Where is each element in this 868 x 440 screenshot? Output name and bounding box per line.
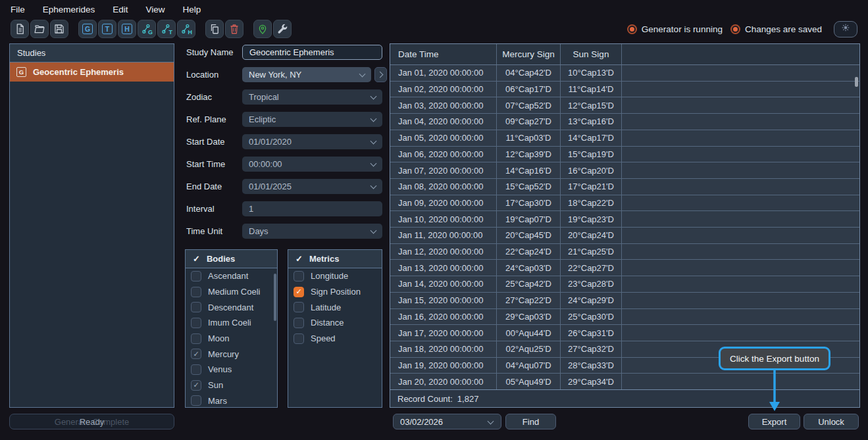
table-row[interactable]: Jan 07, 2020 00:00:0014°Cap16'D16°Cap20'… (390, 162, 859, 179)
start-time-dropdown[interactable]: 00:00:00 (242, 157, 382, 172)
unchecked-checkbox[interactable]: ✓ (191, 395, 201, 406)
unchecked-checkbox[interactable]: ✓ (191, 287, 201, 297)
interval-value: 1 (249, 204, 253, 214)
find-date-dropdown[interactable]: 03/02/2026 (393, 414, 501, 429)
checklist-item[interactable]: ✓Descendant (186, 299, 277, 315)
ref-plane-dropdown[interactable]: Ecliptic (242, 112, 382, 127)
checklist-item[interactable]: ✓Imum Coeli (186, 315, 277, 331)
table-header-cell[interactable]: Mercury Sign (497, 44, 561, 64)
checklist-item[interactable]: ✓Sign Position (288, 284, 382, 300)
table-row[interactable]: Jan 05, 2020 00:00:0011°Cap03'D14°Cap17'… (390, 130, 859, 147)
start-date-dropdown[interactable]: 01/01/2020 (242, 134, 382, 149)
checklist-item[interactable]: ✓Latitude (288, 299, 382, 315)
save-icon (53, 23, 65, 35)
checklist-item[interactable]: ✓Ascendant (186, 268, 277, 284)
table-scrollbar[interactable] (855, 77, 858, 87)
menu-item-view[interactable]: View (146, 5, 165, 14)
checked-checkbox[interactable]: ✓ (294, 287, 304, 297)
table-row[interactable]: Jan 06, 2020 00:00:0012°Cap39'D15°Cap19'… (390, 147, 859, 163)
theme-toggle-button[interactable] (834, 21, 857, 37)
checked-checkbox[interactable]: ✓ (191, 380, 201, 391)
checked-checkbox[interactable]: ✓ (191, 349, 201, 359)
toolbar-nodes-h-button[interactable]: H (177, 20, 195, 38)
toolbar-delete-trash-button[interactable] (225, 20, 243, 38)
find-button[interactable]: Find (505, 414, 556, 429)
unchecked-checkbox[interactable]: ✓ (294, 318, 304, 328)
table-cell: 10°Cap13'D (561, 65, 622, 81)
checklist-item[interactable]: ✓Distance (288, 315, 382, 331)
checklist-item[interactable]: ✓Medium Coeli (186, 284, 277, 300)
table-cell (622, 130, 859, 146)
toolbar-location-pin-button[interactable] (253, 20, 272, 38)
unchecked-checkbox[interactable]: ✓ (294, 271, 304, 281)
table-cell: 18°Cap22'D (561, 195, 622, 211)
export-button[interactable]: Export (748, 414, 800, 429)
table-row[interactable]: Jan 11, 2020 00:00:0020°Cap45'D20°Cap24'… (390, 228, 859, 244)
table-row[interactable]: Jan 12, 2020 00:00:0022°Cap24'D21°Cap25'… (390, 244, 859, 260)
unchecked-checkbox[interactable]: ✓ (191, 333, 201, 344)
table-row[interactable]: Jan 01, 2020 00:00:0004°Cap42'D10°Cap13'… (390, 65, 859, 82)
toolbar-tools-wrench-button[interactable] (273, 20, 292, 38)
toolbar-letter-h-button[interactable]: H (118, 20, 136, 38)
study-name-input[interactable]: Geocentric Ephemeris (242, 45, 382, 60)
sun-icon (840, 22, 851, 36)
table-cell: 25°Cap42'D (497, 276, 561, 292)
table-cell: 12°Cap15'D (561, 97, 622, 113)
toolbar-save-button[interactable] (50, 20, 68, 38)
table-row[interactable]: Jan 02, 2020 00:00:0006°Cap17'D11°Cap14'… (390, 82, 859, 98)
metrics-header[interactable]: ✓ Metrics (288, 250, 382, 268)
unchecked-checkbox[interactable]: ✓ (191, 364, 201, 375)
toolbar-nodes-t-button[interactable]: T (157, 20, 176, 38)
time-unit-dropdown[interactable]: Days (242, 224, 382, 239)
menu-item-help[interactable]: Help (183, 5, 201, 14)
bodies-scrollbar[interactable] (274, 274, 276, 321)
table-row[interactable]: Jan 20, 2020 00:00:0005°Aqu49'D29°Cap34'… (390, 374, 859, 389)
table-row[interactable]: Jan 10, 2020 00:00:0019°Cap07'D19°Cap23'… (390, 211, 859, 228)
bodies-header[interactable]: ✓ Bodies (186, 250, 277, 268)
unchecked-checkbox[interactable]: ✓ (191, 302, 201, 312)
generator-status: Generator is running (628, 24, 723, 34)
toolbar-letter-g-button[interactable]: G (78, 20, 97, 38)
table-row[interactable]: Jan 03, 2020 00:00:0007°Cap52'D12°Cap15'… (390, 97, 859, 114)
checklist-item[interactable]: ✓Mercury (186, 346, 277, 362)
table-row[interactable]: Jan 13, 2020 00:00:0024°Cap03'D22°Cap27'… (390, 260, 859, 276)
unchecked-checkbox[interactable]: ✓ (191, 318, 201, 328)
table-row[interactable]: Jan 16, 2020 00:00:0029°Cap03'D25°Cap30'… (390, 309, 859, 326)
checklist-item[interactable]: ✓Speed (288, 331, 382, 347)
location-expand-button[interactable] (374, 67, 387, 82)
table-row[interactable]: Jan 15, 2020 00:00:0027°Cap22'D24°Cap29'… (390, 293, 859, 309)
unchecked-checkbox[interactable]: ✓ (191, 271, 201, 281)
checklist-item[interactable]: ✓Venus (186, 362, 277, 378)
table-header-cell[interactable] (622, 44, 859, 64)
checklist-item[interactable]: ✓Mars (186, 393, 277, 408)
unchecked-checkbox[interactable]: ✓ (294, 302, 304, 312)
table-header-cell[interactable]: Date Time (390, 44, 497, 64)
zodiac-dropdown[interactable]: Tropical (242, 89, 382, 105)
menu-item-edit[interactable]: Edit (113, 5, 128, 14)
table-cell: 04°Cap42'D (497, 65, 561, 81)
unchecked-checkbox[interactable]: ✓ (294, 333, 304, 344)
toolbar-letter-t-button[interactable]: T (98, 20, 116, 38)
table-header-cell[interactable]: Sun Sign (561, 44, 622, 64)
menu-item-file[interactable]: File (11, 5, 25, 14)
interval-input[interactable]: 1 (242, 201, 382, 216)
table-cell: 05°Aqu49'D (497, 374, 561, 389)
toolbar-copy-button[interactable] (205, 20, 224, 38)
table-row[interactable]: Jan 14, 2020 00:00:0025°Cap42'D23°Cap28'… (390, 276, 859, 293)
checklist-item[interactable]: ✓Longitude (288, 268, 382, 284)
toolbar-new-file-button[interactable] (11, 20, 29, 38)
location-dropdown[interactable]: New York, NY (242, 67, 371, 82)
checklist-item[interactable]: ✓Moon (186, 331, 277, 347)
table-row[interactable]: Jan 08, 2020 00:00:0015°Cap52'D17°Cap21'… (390, 179, 859, 195)
table-row[interactable]: Jan 04, 2020 00:00:0009°Cap27'D13°Cap16'… (390, 114, 859, 130)
unlock-button[interactable]: Unlock (804, 414, 859, 429)
generate-button[interactable]: Generate Complete Ready (9, 414, 174, 429)
table-row[interactable]: Jan 09, 2020 00:00:0017°Cap30'D18°Cap22'… (390, 195, 859, 212)
study-list-item[interactable]: GGeocentric Ephemeris (10, 62, 174, 82)
table-row[interactable]: Jan 17, 2020 00:00:0000°Aqu44'D26°Cap31'… (390, 325, 859, 341)
toolbar-nodes-g-button[interactable]: G (138, 20, 156, 38)
menu-item-ephemerides[interactable]: Ephemerides (43, 5, 95, 14)
checklist-item[interactable]: ✓Sun (186, 378, 277, 393)
toolbar-open-folder-button[interactable] (30, 20, 49, 38)
end-date-dropdown[interactable]: 01/01/2025 (242, 179, 382, 194)
